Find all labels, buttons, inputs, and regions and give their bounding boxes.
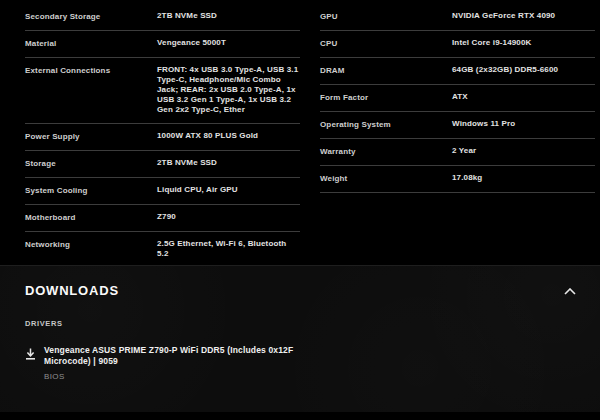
chevron-up-icon xyxy=(564,281,576,299)
spec-row: Weight 17.08kg xyxy=(320,166,595,193)
spec-value: 64GB (2x32GB) DDR5-6600 xyxy=(452,65,595,75)
spec-label: Power Supply xyxy=(25,131,157,142)
product-spec-page: Secondary Storage 2TB NVMe SSD Material … xyxy=(0,0,600,420)
spec-row: External Connections FRONT: 4x USB 3.0 T… xyxy=(25,58,300,124)
spec-value: FRONT: 4x USB 3.0 Type-A, USB 3.1 Type-C… xyxy=(157,65,300,115)
spec-value: 17.08kg xyxy=(452,173,595,183)
download-item-text: Vengeance ASUS PRIME Z790-P WiFi DDR5 (I… xyxy=(44,345,296,381)
spec-value: 2TB NVMe SSD xyxy=(157,11,300,21)
download-item-category: BIOS xyxy=(44,372,296,381)
spec-row: Storage 2TB NVMe SSD xyxy=(25,151,300,178)
spec-value: 1000W ATX 80 PLUS Gold xyxy=(157,131,300,141)
spec-label: GPU xyxy=(320,11,452,22)
spec-value: Intel Core i9-14900K xyxy=(452,38,595,48)
downloads-section: DOWNLOADS DRIVERS xyxy=(0,265,600,412)
spec-value: ATX xyxy=(452,92,595,102)
spec-column-right: GPU NVIDIA GeForce RTX 4090 CPU Intel Co… xyxy=(320,4,595,265)
spec-value: NVIDIA GeForce RTX 4090 xyxy=(452,11,595,21)
spec-value: 2 Year xyxy=(452,146,595,156)
spec-row: Motherboard Z790 xyxy=(25,205,300,232)
bottom-strip xyxy=(0,412,600,420)
spec-label: Motherboard xyxy=(25,212,157,223)
spec-label: External Connections xyxy=(25,65,157,76)
spec-value: 2TB NVMe SSD xyxy=(157,158,300,168)
spec-label: DRAM xyxy=(320,65,452,76)
spec-column-left: Secondary Storage 2TB NVMe SSD Material … xyxy=(25,4,300,265)
spec-row: Form Factor ATX xyxy=(320,85,595,112)
spec-label: CPU xyxy=(320,38,452,49)
spec-value: Liquid CPU, Air GPU xyxy=(157,185,300,195)
spec-label: Weight xyxy=(320,173,452,184)
drivers-group-title: DRIVERS xyxy=(25,319,578,328)
spec-label: Operating System xyxy=(320,119,452,130)
download-item[interactable]: Vengeance ASUS PRIME Z790-P WiFi DDR5 (I… xyxy=(25,345,578,381)
spec-table: Secondary Storage 2TB NVMe SSD Material … xyxy=(0,0,600,265)
spec-value: Windows 11 Pro xyxy=(452,119,595,129)
spec-row: Material Vengeance 5000T xyxy=(25,31,300,58)
download-list: Vengeance ASUS PRIME Z790-P WiFi DDR5 (I… xyxy=(25,345,578,381)
spec-label: Storage xyxy=(25,158,157,169)
spec-row: DRAM 64GB (2x32GB) DDR5-6600 xyxy=(320,58,595,85)
spec-label: Form Factor xyxy=(320,92,452,103)
collapse-section-button[interactable] xyxy=(562,282,578,298)
spec-label: Material xyxy=(25,38,157,49)
spec-value: Z790 xyxy=(157,212,300,222)
spec-label: Warranty xyxy=(320,146,452,157)
spec-row: Networking 2.5G Ethernet, Wi-Fi 6, Bluet… xyxy=(25,232,300,265)
spec-row: GPU NVIDIA GeForce RTX 4090 xyxy=(320,4,595,31)
spec-value: Vengeance 5000T xyxy=(157,38,300,48)
spec-label: System Cooling xyxy=(25,185,157,196)
download-icon xyxy=(25,345,36,364)
downloads-header: DOWNLOADS xyxy=(25,282,578,298)
spec-value: 2.5G Ethernet, Wi-Fi 6, Bluetooth 5.2 xyxy=(157,239,300,259)
downloads-title: DOWNLOADS xyxy=(25,283,119,298)
spec-row: Operating System Windows 11 Pro xyxy=(320,112,595,139)
spec-row: CPU Intel Core i9-14900K xyxy=(320,31,595,58)
spec-label: Networking xyxy=(25,239,157,250)
spec-label: Secondary Storage xyxy=(25,11,157,22)
spec-row: Warranty 2 Year xyxy=(320,139,595,166)
spec-row: System Cooling Liquid CPU, Air GPU xyxy=(25,178,300,205)
spec-row: Secondary Storage 2TB NVMe SSD xyxy=(25,4,300,31)
download-item-title[interactable]: Vengeance ASUS PRIME Z790-P WiFi DDR5 (I… xyxy=(44,345,296,367)
spec-row: Power Supply 1000W ATX 80 PLUS Gold xyxy=(25,124,300,151)
